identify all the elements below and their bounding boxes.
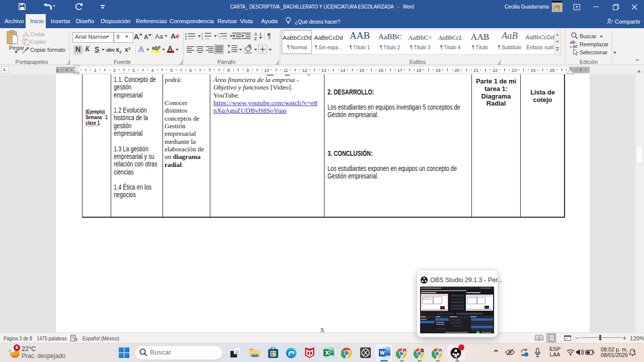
svg-text:ac: ac [573,44,578,49]
svg-text:1: 1 [56,68,58,73]
svg-text:18: 18 [417,68,422,73]
svg-text:3: 3 [201,38,203,40]
svg-text:21: 21 [473,68,478,73]
svg-text:15: 15 [359,68,364,73]
svg-text:20: 20 [454,68,459,73]
svg-text:6: 6 [189,68,192,73]
svg-text:3: 3 [132,68,135,73]
svg-text:11: 11 [283,68,288,73]
svg-text:25: 25 [549,68,554,73]
svg-text:17: 17 [397,68,403,73]
svg-text:8: 8 [227,68,230,73]
svg-text:12: 12 [302,68,307,73]
svg-text:23: 23 [512,68,517,73]
svg-text:Z: Z [254,36,257,41]
svg-text:19: 19 [435,68,440,73]
svg-text:i: i [220,38,221,40]
svg-text:22: 22 [493,68,498,73]
svg-text:4: 4 [151,68,153,73]
svg-text:10: 10 [264,68,269,73]
svg-text:A: A [138,45,144,53]
svg-text:1: 1 [94,68,97,73]
svg-text:16: 16 [378,68,383,73]
svg-text:14: 14 [340,68,345,73]
svg-text:2: 2 [113,68,116,73]
svg-text:7: 7 [208,68,211,73]
svg-text:5: 5 [170,68,173,73]
svg-text:9: 9 [247,68,249,73]
svg-text:24: 24 [531,68,536,73]
svg-text:13: 13 [321,68,326,73]
